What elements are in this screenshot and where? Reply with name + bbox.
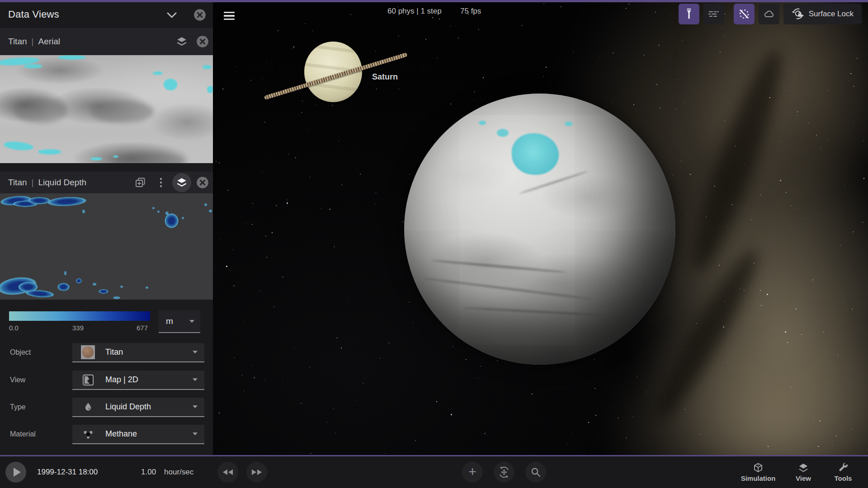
cloud-icon (763, 9, 775, 19)
cube-icon (753, 462, 764, 473)
add-object-button[interactable]: + (462, 462, 483, 483)
viewport-menu-button[interactable] (221, 9, 237, 23)
simulation-datetime[interactable]: 1999-12-31 18:00 (37, 456, 98, 488)
type-field-row: Type Liquid Depth (0, 398, 213, 416)
type-value: Liquid Depth (105, 402, 151, 412)
aerial-map-thumbnail[interactable] (0, 55, 213, 163)
reset-view-icon (498, 466, 510, 479)
object-value: Titan (105, 347, 123, 357)
reset-camera-button[interactable] (494, 462, 514, 483)
separator: | (32, 37, 34, 46)
view-menu-button[interactable]: View (783, 456, 824, 488)
space-3d-viewport[interactable]: Saturn 60 phys | 1 step 75 fps (213, 2, 868, 455)
separator: | (32, 178, 34, 187)
search-button[interactable] (525, 462, 546, 483)
simulation-menu-button[interactable]: Simulation (738, 456, 778, 488)
saturn-label[interactable]: Saturn (372, 72, 398, 82)
droplet-icon (83, 402, 94, 413)
add-icon: + (468, 465, 476, 479)
dropdown-arrow-icon (192, 432, 198, 436)
close-icon (196, 176, 209, 189)
view-field-label: View (10, 371, 25, 389)
liquid-depth-map-thumbnail[interactable] (0, 193, 213, 300)
close-view-button[interactable] (192, 31, 213, 52)
wrench-icon (838, 462, 849, 473)
flashlight-button[interactable] (679, 4, 699, 24)
surface-lock-label: Surface Lock (809, 9, 854, 19)
layers-icon (176, 177, 188, 188)
molecule-icon (82, 428, 94, 440)
slow-down-button[interactable] (217, 462, 238, 483)
titan-moon[interactable] (404, 94, 675, 365)
data-views-header: Data Views (0, 2, 213, 28)
close-icon (196, 35, 209, 48)
collapse-panel-button[interactable] (165, 9, 178, 21)
rewind-icon (222, 469, 234, 476)
view-dropdown[interactable]: Map | 2D (72, 371, 204, 390)
hamburger-menu-icon (224, 12, 235, 14)
map-icon (82, 374, 94, 386)
scale-max-label: 677 (137, 324, 148, 332)
dropdown-arrow-icon (189, 319, 195, 324)
clouds-button[interactable] (759, 4, 779, 24)
speed-value: 1.00 (141, 468, 156, 477)
view-object-name: Titan (8, 178, 27, 187)
play-button[interactable] (5, 462, 26, 483)
haze-icon (708, 9, 720, 19)
view-options-button[interactable] (151, 172, 171, 193)
view-menu-label: View (796, 474, 811, 482)
view-object-name: Titan (8, 37, 27, 46)
object-dropdown[interactable]: Titan (72, 343, 204, 362)
flashlight-icon (684, 8, 694, 20)
material-field-label: Material (10, 425, 36, 443)
type-field-label: Type (10, 398, 26, 416)
duplicate-view-button[interactable] (130, 172, 151, 193)
dropdown-arrow-icon (192, 350, 198, 354)
scale-mid-label: 339 (72, 324, 84, 332)
panel-title: Data Views (8, 9, 59, 20)
material-value: Methane (105, 429, 137, 439)
surface-lock-button[interactable]: Surface Lock (783, 4, 862, 24)
layers-icon (176, 36, 188, 47)
orbits-off-button[interactable] (734, 4, 755, 24)
object-field-row: Object Titan (0, 343, 213, 361)
layers-button-active[interactable] (172, 173, 191, 192)
titan-thumbnail-icon (81, 345, 95, 359)
orbits-off-icon (738, 8, 750, 20)
app-window: Data Views Titan|Aerial (0, 0, 868, 488)
color-scale-gradient[interactable] (9, 311, 150, 321)
liquid-lake-blob (165, 213, 179, 228)
aerial-lake-blob (164, 79, 177, 90)
unit-dropdown[interactable]: m (159, 310, 200, 333)
speed-up-button[interactable] (246, 462, 267, 483)
view-field-row: View Map | 2D (0, 371, 213, 389)
object-field-label: Object (10, 343, 31, 361)
view-type-name: Aerial (38, 37, 60, 46)
dropdown-arrow-icon (192, 405, 198, 409)
material-dropdown[interactable]: Methane (72, 425, 204, 444)
type-dropdown[interactable]: Liquid Depth (72, 398, 204, 417)
simulation-speed[interactable]: 1.00 hour/sec (141, 456, 193, 488)
bottom-control-bar: 1999-12-31 18:00 1.00 hour/sec + Simulat… (0, 456, 868, 488)
view-value: Map | 2D (105, 375, 138, 385)
bottom-accent-strip (0, 455, 868, 456)
haze-button[interactable] (703, 4, 724, 24)
close-panel-button[interactable] (193, 8, 207, 22)
close-icon (193, 9, 206, 21)
view-title: Titan|Liquid Depth (8, 178, 86, 188)
close-view-button[interactable] (192, 172, 213, 193)
search-icon (530, 467, 541, 478)
unit-value: m (166, 316, 173, 326)
tools-menu-button[interactable]: Tools (823, 456, 863, 488)
fast-forward-icon (251, 469, 263, 476)
duplicate-icon (135, 177, 146, 188)
layers-icon (798, 462, 809, 473)
kebab-menu-icon (156, 177, 165, 188)
view-header-liquid-depth: Titan|Liquid Depth (0, 172, 213, 193)
viewport-toolbar: Surface Lock (679, 4, 862, 24)
simulation-menu-label: Simulation (741, 474, 776, 482)
chevron-down-icon (166, 12, 177, 19)
surface-lock-icon (792, 8, 804, 20)
layers-button[interactable] (171, 31, 192, 52)
play-icon (14, 468, 21, 477)
